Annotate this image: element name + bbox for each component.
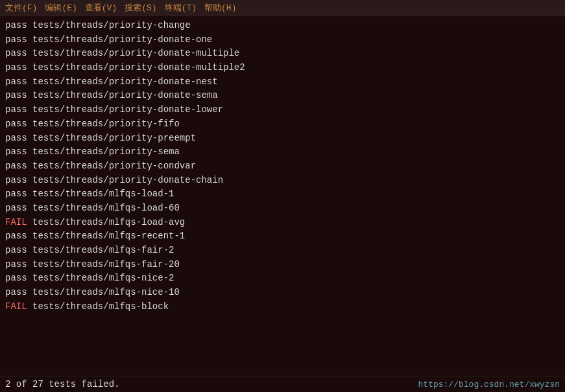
pass-keyword: pass [5, 90, 27, 100]
terminal-line: pass tests/threads/mlfqs-fair-20 [5, 258, 560, 272]
test-path: tests/threads/mlfqs-nice-2 [32, 273, 174, 283]
pass-keyword: pass [5, 161, 27, 171]
test-path: tests/threads/priority-donate-sema [32, 90, 218, 100]
test-path: tests/threads/priority-donate-one [32, 34, 212, 45]
pass-keyword: pass [5, 119, 27, 129]
terminal-line: pass tests/threads/mlfqs-nice-10 [5, 286, 560, 300]
terminal-line: FAIL tests/threads/mlfqs-block [5, 300, 560, 314]
test-path: tests/threads/mlfqs-nice-10 [32, 287, 180, 297]
test-path: tests/threads/priority-donate-multiple [32, 48, 239, 58]
fail-keyword: FAIL [5, 301, 27, 312]
pass-keyword: pass [5, 259, 27, 270]
menu-file[interactable]: 文件(F) [5, 2, 37, 14]
terminal-line: pass tests/threads/priority-donate-lower [5, 103, 560, 117]
pass-keyword: pass [5, 175, 27, 185]
terminal-line: pass tests/threads/priority-change [5, 19, 560, 33]
test-path: tests/threads/priority-donate-nest [32, 76, 218, 87]
terminal-line: pass tests/threads/mlfqs-recent-1 [5, 229, 560, 244]
test-path: tests/threads/priority-sema [32, 146, 180, 157]
terminal-line: pass tests/threads/priority-donate-sema [5, 89, 560, 103]
terminal-line: pass tests/threads/mlfqs-load-60 [5, 202, 560, 216]
pass-keyword: pass [5, 20, 27, 30]
terminal-line: pass tests/threads/mlfqs-nice-2 [5, 271, 560, 286]
test-path: tests/threads/mlfqs-fair-2 [32, 245, 174, 255]
terminal-line: pass tests/threads/priority-preempt [5, 132, 560, 146]
test-path: tests/threads/priority-fifo [32, 119, 180, 129]
test-path: tests/threads/priority-change [32, 20, 191, 30]
test-path: tests/threads/priority-donate-lower [32, 104, 223, 115]
pass-keyword: pass [5, 146, 27, 157]
status-bar: 2 of 27 tests failed. https://blog.csdn.… [0, 376, 565, 392]
test-path: tests/threads/mlfqs-recent-1 [32, 231, 185, 241]
test-path: tests/threads/mlfqs-load-1 [32, 189, 174, 199]
terminal-line: pass tests/threads/priority-sema [5, 145, 560, 159]
test-path: tests/threads/mlfqs-block [32, 301, 169, 312]
terminal-line: pass tests/threads/mlfqs-load-1 [5, 187, 560, 202]
pass-keyword: pass [5, 48, 27, 58]
menu-edit[interactable]: 编辑(E) [45, 2, 77, 14]
fail-keyword: FAIL [5, 217, 27, 227]
terminal-line: pass tests/threads/mlfqs-fair-2 [5, 244, 560, 258]
test-path: tests/threads/priority-preempt [32, 133, 196, 143]
terminal-line: FAIL tests/threads/mlfqs-load-avg [5, 216, 560, 230]
terminal-line: pass tests/threads/priority-donate-multi… [5, 61, 560, 75]
test-path: tests/threads/priority-condvar [32, 161, 196, 171]
test-summary: 2 of 27 tests failed. [5, 379, 119, 389]
title-bar: 文件(F) 编辑(E) 查看(V) 搜索(S) 终端(T) 帮助(H) [0, 0, 565, 16]
pass-keyword: pass [5, 203, 27, 213]
pass-keyword: pass [5, 287, 27, 297]
pass-keyword: pass [5, 133, 27, 143]
terminal-line: pass tests/threads/priority-donate-one [5, 33, 560, 47]
pass-keyword: pass [5, 104, 27, 115]
pass-keyword: pass [5, 76, 27, 87]
menu-terminal[interactable]: 终端(T) [165, 2, 197, 14]
terminal-line: pass tests/threads/priority-donate-chain [5, 174, 560, 188]
pass-keyword: pass [5, 273, 27, 283]
menu-view[interactable]: 查看(V) [85, 2, 117, 14]
test-path: tests/threads/priority-donate-multiple2 [32, 62, 245, 73]
terminal-line: pass tests/threads/priority-donate-multi… [5, 47, 560, 61]
menu-search[interactable]: 搜索(S) [125, 2, 156, 14]
pass-keyword: pass [5, 189, 27, 199]
menu-help[interactable]: 帮助(H) [204, 2, 236, 14]
terminal-line: pass tests/threads/priority-fifo [5, 117, 560, 132]
terminal-window: 文件(F) 编辑(E) 查看(V) 搜索(S) 终端(T) 帮助(H) pass… [0, 0, 565, 392]
test-path: tests/threads/priority-donate-chain [32, 175, 223, 185]
test-path: tests/threads/mlfqs-load-60 [32, 203, 180, 213]
pass-keyword: pass [5, 34, 27, 45]
terminal-content: pass tests/threads/priority-changepass t… [0, 16, 565, 376]
pass-keyword: pass [5, 231, 27, 241]
blog-link[interactable]: https://blog.csdn.net/xwyzsn [418, 380, 560, 389]
pass-keyword: pass [5, 62, 27, 73]
pass-keyword: pass [5, 245, 27, 255]
test-path: tests/threads/mlfqs-fair-20 [32, 259, 180, 270]
test-path: tests/threads/mlfqs-load-avg [32, 217, 185, 227]
terminal-line: pass tests/threads/priority-condvar [5, 159, 560, 174]
terminal-line: pass tests/threads/priority-donate-nest [5, 75, 560, 89]
